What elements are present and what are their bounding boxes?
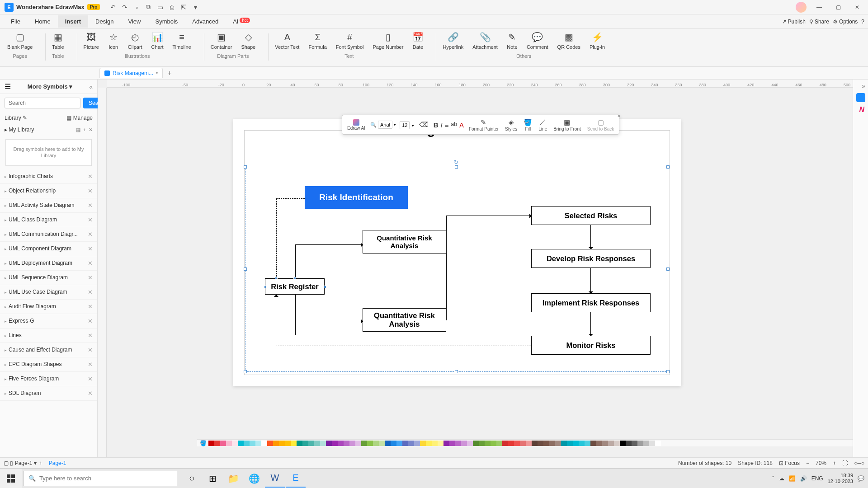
color-swatch[interactable]	[532, 441, 538, 446]
close-icon[interactable]: ✕	[88, 303, 93, 310]
shape-handle[interactable]	[324, 286, 326, 288]
font-size-select[interactable]: 12 ▾	[400, 121, 414, 129]
close-icon[interactable]: ✕	[88, 188, 93, 194]
edraw-ai-button[interactable]: Edraw AI	[346, 118, 367, 131]
menu-symbols[interactable]: Symbols	[148, 15, 185, 28]
page-tab[interactable]: Page-1	[45, 459, 70, 467]
color-swatch[interactable]	[297, 441, 302, 446]
close-icon[interactable]: ✕	[88, 274, 93, 281]
search-input[interactable]	[5, 98, 80, 108]
color-swatch[interactable]	[344, 441, 349, 446]
color-swatch[interactable]	[561, 441, 567, 446]
vectortext-button[interactable]: AVector Text	[272, 31, 302, 51]
connector[interactable]	[276, 199, 277, 281]
options-button[interactable]: ⚙ Options	[833, 19, 858, 25]
color-swatch[interactable]	[496, 441, 502, 446]
user-avatar[interactable]	[796, 2, 807, 13]
library-item[interactable]: ▸Object Relationship✕	[0, 184, 97, 198]
close-icon[interactable]: ✕	[88, 375, 93, 382]
color-swatch[interactable]	[338, 441, 344, 446]
connector[interactable]	[276, 346, 531, 346]
shape-handle[interactable]	[264, 286, 267, 288]
menu-view[interactable]: View	[121, 15, 148, 28]
color-swatch[interactable]	[379, 441, 385, 446]
library-item[interactable]: ▸Cause and Effect Diagram✕	[0, 343, 97, 357]
color-swatch[interactable]	[255, 441, 261, 446]
color-swatch[interactable]	[491, 441, 496, 446]
close-icon[interactable]: ✕	[88, 260, 93, 267]
color-swatch[interactable]	[567, 441, 573, 446]
color-swatch[interactable]	[273, 441, 279, 446]
view-mode[interactable]: ○─○	[854, 460, 864, 466]
color-swatch[interactable]	[508, 441, 514, 446]
color-swatch[interactable]	[208, 441, 214, 446]
resize-handle-e[interactable]	[666, 267, 670, 271]
close-icon[interactable]: ✕	[88, 318, 93, 324]
color-swatch[interactable]	[432, 441, 438, 446]
color-swatch[interactable]	[585, 441, 590, 446]
color-swatch[interactable]	[637, 441, 643, 446]
tray-notifications-icon[interactable]: 💬	[858, 475, 864, 482]
case-button[interactable]: ab	[451, 121, 457, 129]
color-swatch[interactable]	[426, 441, 432, 446]
zoom-level[interactable]: 70%	[816, 460, 826, 466]
color-swatch[interactable]	[320, 441, 326, 446]
color-swatch[interactable]	[332, 441, 338, 446]
library-item[interactable]: ▸Five Forces Diagram✕	[0, 372, 97, 386]
library-item[interactable]: ▸Audit Flow Diagram✕	[0, 300, 97, 314]
menu-insert[interactable]: Insert	[58, 15, 88, 28]
color-swatch[interactable]	[549, 441, 555, 446]
connector[interactable]	[446, 216, 447, 320]
container-button[interactable]: ▣Container	[208, 31, 235, 51]
pages-dropdown[interactable]: ▢ ▯ Page-1 ▾	[4, 460, 37, 466]
color-swatch[interactable]	[361, 441, 367, 446]
close-icon[interactable]: ✕	[88, 245, 93, 252]
library-item[interactable]: ▸UML Communication Diagr...✕	[0, 227, 97, 242]
library-item[interactable]: ▸UML Activity State Diagram✕	[0, 198, 97, 213]
redo-button[interactable]: ↷	[120, 2, 130, 12]
comment-button[interactable]: 💬Comment	[524, 31, 551, 51]
color-swatch[interactable]	[285, 441, 291, 446]
color-swatch[interactable]	[461, 441, 467, 446]
color-swatch[interactable]	[479, 441, 485, 446]
close-icon[interactable]: ✕	[88, 231, 93, 238]
fill-button[interactable]: 🪣Fill	[522, 117, 533, 132]
color-swatch[interactable]	[402, 441, 408, 446]
color-swatch[interactable]	[291, 441, 297, 446]
shape-risk-register[interactable]: Risk Register	[265, 278, 325, 295]
font-color-button[interactable]: A	[459, 121, 464, 129]
task-view-icon[interactable]: ⊞	[203, 469, 222, 488]
fill-bucket-icon[interactable]: 🪣	[200, 440, 207, 446]
add-page-button[interactable]: +	[39, 460, 42, 466]
shape-develop-responses[interactable]: Develop Risk Responses	[531, 249, 651, 268]
connector[interactable]	[590, 312, 591, 335]
tray-wifi-icon[interactable]: 📶	[789, 475, 796, 482]
table-button[interactable]: ▦Table	[49, 31, 66, 51]
tray-onedrive-icon[interactable]: ☁	[779, 475, 784, 482]
close-icon[interactable]: ✕	[88, 361, 93, 368]
color-swatch[interactable]	[538, 441, 543, 446]
zoom-in-button[interactable]: +	[833, 460, 836, 466]
word-icon[interactable]: W	[265, 469, 285, 488]
explorer-icon[interactable]: 📁	[223, 469, 243, 488]
color-swatch[interactable]	[573, 441, 579, 446]
close-icon[interactable]: ✕	[88, 347, 93, 353]
zoom-out-button[interactable]: −	[806, 460, 809, 466]
chart-button[interactable]: 📊Chart	[149, 31, 166, 51]
close-icon[interactable]: ✕	[88, 390, 93, 397]
connector[interactable]	[276, 198, 305, 199]
save-button[interactable]: ▫	[132, 2, 142, 12]
resize-handle-ne[interactable]	[666, 165, 670, 169]
color-swatch[interactable]	[250, 441, 255, 446]
hyperlink-button[interactable]: 🔗Hyperlink	[440, 31, 466, 51]
color-swatch[interactable]	[555, 441, 561, 446]
library-item[interactable]: ▸UML Component Diagram✕	[0, 242, 97, 256]
color-swatch[interactable]	[626, 441, 632, 446]
color-swatch[interactable]	[596, 441, 602, 446]
library-item[interactable]: ▸UML Use Case Diagram✕	[0, 285, 97, 300]
font-family-select[interactable]: 🔍Arial▾	[370, 121, 396, 129]
undo-button[interactable]: ↶	[108, 2, 118, 12]
color-swatch[interactable]	[326, 441, 332, 446]
connector[interactable]	[446, 216, 531, 216]
saveas-button[interactable]: ⧉	[143, 2, 153, 12]
